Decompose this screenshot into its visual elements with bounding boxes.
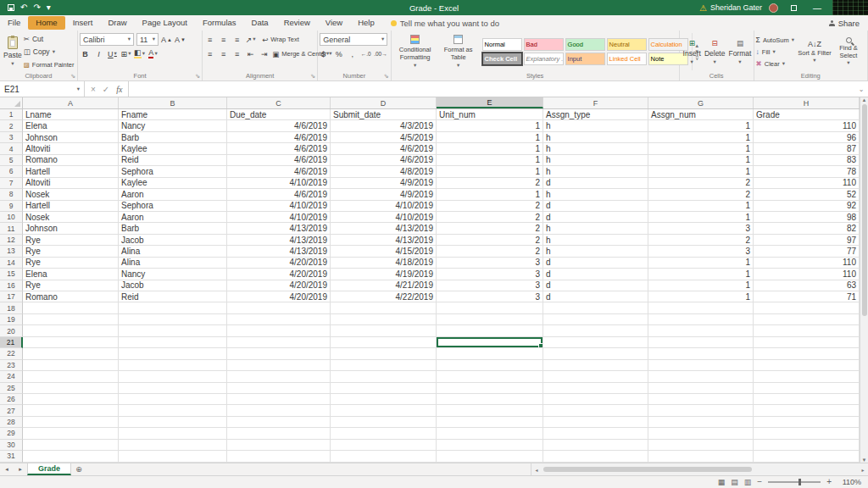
cell-C2[interactable]: 4/6/2019 <box>227 120 331 131</box>
cell-D20[interactable] <box>331 325 437 336</box>
column-header-E[interactable]: E <box>437 97 543 108</box>
cell-G27[interactable] <box>648 405 754 416</box>
cell-A20[interactable] <box>23 325 119 336</box>
horizontal-scrollbar[interactable]: ◂ ▸ <box>531 463 868 475</box>
cell-H13[interactable]: 77 <box>754 246 860 257</box>
cell-E10[interactable]: 2 <box>437 212 543 223</box>
row-header-11[interactable]: 11 <box>0 223 23 234</box>
row-header-23[interactable]: 23 <box>0 360 23 371</box>
cell-F18[interactable] <box>543 302 648 313</box>
column-header-A[interactable]: A <box>23 97 119 108</box>
cell-H26[interactable] <box>754 394 860 405</box>
row-header-27[interactable]: 27 <box>0 405 23 416</box>
cell-B14[interactable]: Alina <box>119 258 227 269</box>
cell-C5[interactable]: 4/6/2019 <box>227 155 331 166</box>
cell-A11[interactable]: Johnson <box>23 223 119 234</box>
cell-F21[interactable] <box>543 337 648 348</box>
cell-H12[interactable]: 97 <box>754 235 860 246</box>
cell-E24[interactable] <box>437 371 543 382</box>
cell-E2[interactable]: 1 <box>437 120 543 131</box>
shrink-font-button[interactable]: A▼ <box>175 34 186 46</box>
cell-A22[interactable] <box>23 348 119 359</box>
cell-G30[interactable] <box>648 440 754 451</box>
format-as-table-button[interactable]: Format as Table ▾ <box>439 33 478 70</box>
cell-H28[interactable] <box>754 417 860 428</box>
align-center-icon[interactable]: ≡ <box>218 48 229 60</box>
cell-D26[interactable] <box>331 394 437 405</box>
cell-G3[interactable]: 1 <box>648 132 754 143</box>
row-header-14[interactable]: 14 <box>0 258 23 269</box>
format-cells-button[interactable]: ▤ Format ▾ <box>726 33 753 70</box>
ribbon-display-options-button[interactable] <box>785 0 802 15</box>
cell-G23[interactable] <box>648 360 754 371</box>
column-header-C[interactable]: C <box>227 97 331 108</box>
formula-input[interactable] <box>129 81 854 97</box>
cell-E13[interactable]: 2 <box>437 246 543 257</box>
scroll-up-icon[interactable]: ▲ <box>862 97 867 103</box>
find-select-button[interactable]: Find & Select ▾ <box>832 33 865 70</box>
cell-B29[interactable] <box>119 428 227 439</box>
cell-B1[interactable]: Fname <box>119 109 227 120</box>
horizontal-scroll-thumb[interactable] <box>543 467 752 472</box>
cell-H14[interactable]: 110 <box>754 258 860 269</box>
cell-C24[interactable] <box>227 371 331 382</box>
sheet-nav-left-icon[interactable]: ◂ <box>0 463 14 475</box>
ribbon-tab-review[interactable]: Review <box>276 16 318 30</box>
cell-A17[interactable]: Romano <box>23 291 119 302</box>
cell-B10[interactable]: Aaron <box>119 212 227 223</box>
new-sheet-button[interactable]: ⊕ <box>71 463 86 475</box>
percent-button[interactable]: % <box>333 48 344 60</box>
cell-H5[interactable]: 83 <box>754 155 860 166</box>
cell-E6[interactable]: 1 <box>437 166 543 177</box>
cell-D8[interactable]: 4/9/2019 <box>331 189 437 200</box>
zoom-level[interactable]: 110% <box>837 478 861 486</box>
row-header-19[interactable]: 19 <box>0 314 23 325</box>
cell-B4[interactable]: Kaylee <box>119 143 227 154</box>
row-header-29[interactable]: 29 <box>0 428 23 439</box>
comma-button[interactable]: , <box>347 48 358 60</box>
cell-H27[interactable] <box>754 405 860 416</box>
cell-H9[interactable]: 92 <box>754 201 860 212</box>
paste-button[interactable]: Paste ▾ <box>2 33 24 70</box>
zoom-slider-thumb[interactable] <box>798 479 801 485</box>
zoom-in-icon[interactable]: + <box>826 478 832 486</box>
number-dialog-launcher[interactable]: ⇘ <box>384 73 389 80</box>
cell-C11[interactable]: 4/13/2019 <box>227 223 331 234</box>
cell-D19[interactable] <box>331 314 437 325</box>
cell-C10[interactable]: 4/10/2019 <box>227 212 331 223</box>
cell-E30[interactable] <box>437 440 543 451</box>
cell-A3[interactable]: Johnson <box>23 132 119 143</box>
cell-style-good[interactable]: Good <box>565 38 605 51</box>
cell-G20[interactable] <box>648 325 754 336</box>
tell-me-box[interactable]: Tell me what you want to do <box>391 19 499 28</box>
cell-E28[interactable] <box>437 417 543 428</box>
cell-C22[interactable] <box>227 348 331 359</box>
cell-E11[interactable]: 2 <box>437 223 543 234</box>
align-left-icon[interactable]: ≡ <box>204 48 215 60</box>
cell-G25[interactable] <box>648 383 754 394</box>
cell-E16[interactable]: 3 <box>437 280 543 291</box>
cell-H7[interactable]: 110 <box>754 178 860 189</box>
cell-H15[interactable]: 110 <box>754 269 860 280</box>
align-middle-icon[interactable]: ≡ <box>218 34 229 46</box>
orientation-icon[interactable]: ↗▾ <box>245 34 256 46</box>
cell-C6[interactable]: 4/6/2019 <box>227 166 331 177</box>
cell-F9[interactable]: d <box>543 201 648 212</box>
cell-H18[interactable] <box>754 302 860 313</box>
cell-H17[interactable]: 71 <box>754 291 860 302</box>
cell-D31[interactable] <box>331 451 437 462</box>
cell-H4[interactable]: 87 <box>754 143 860 154</box>
cell-G28[interactable] <box>648 417 754 428</box>
scroll-down-icon[interactable]: ▼ <box>862 458 867 463</box>
cell-A7[interactable]: Altoviti <box>23 178 119 189</box>
grow-font-button[interactable]: A▲ <box>161 34 172 46</box>
cell-G17[interactable]: 1 <box>648 291 754 302</box>
cell-G4[interactable]: 1 <box>648 143 754 154</box>
formula-bar-expand-icon[interactable]: ⌄ <box>854 81 868 97</box>
row-header-9[interactable]: 9 <box>0 201 23 212</box>
insert-cells-button[interactable]: ⊞ Insert ▾ <box>682 33 703 70</box>
cell-C31[interactable] <box>227 451 331 462</box>
cell-F6[interactable]: h <box>543 166 648 177</box>
cell-E5[interactable]: 1 <box>437 155 543 166</box>
cell-E9[interactable]: 2 <box>437 201 543 212</box>
